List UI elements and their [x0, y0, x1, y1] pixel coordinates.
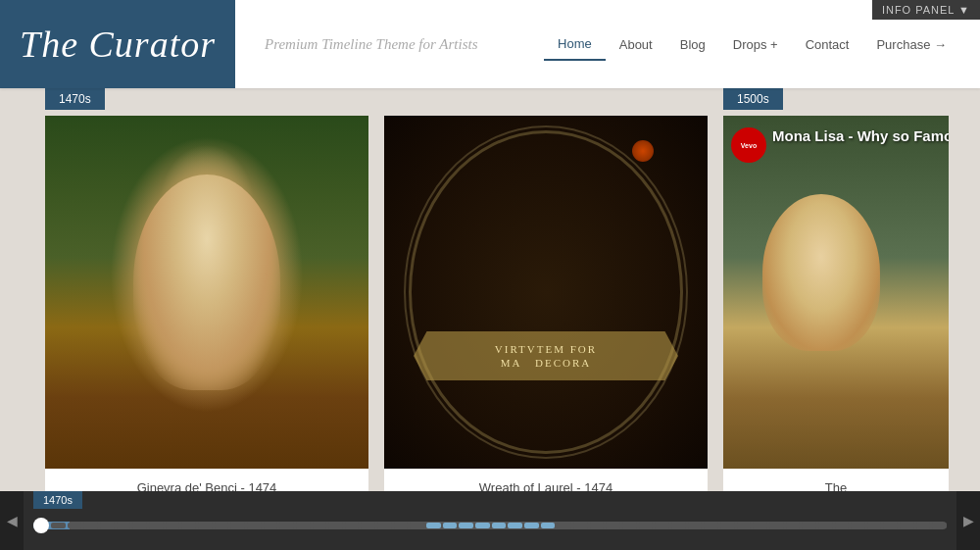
main-content: 1470s 1500s Ginevra de' Benci - 1474 VIR… — [0, 88, 980, 491]
info-panel-label: INFO PANEL ▼ — [882, 4, 970, 16]
timeline-segment — [802, 523, 816, 528]
caption-monalisa: The — [723, 469, 949, 491]
timeline-segment — [932, 523, 947, 528]
timeline-segment — [51, 523, 66, 528]
timeline-segment — [345, 523, 360, 528]
site-logo[interactable]: The Curator — [0, 0, 235, 88]
timeline-segment — [377, 523, 392, 528]
timeline-segment — [132, 523, 147, 528]
timeline-segment-active — [524, 523, 539, 528]
timeline-segment — [166, 523, 180, 528]
site-header: The Curator Premium Timeline Theme for A… — [0, 0, 980, 88]
timeline-bar: ◀ 1470s — [0, 491, 980, 550]
timeline-segment — [704, 523, 718, 528]
timeline-segment — [410, 523, 424, 528]
timeline-segment-active — [492, 523, 507, 528]
video-title: Mona Lisa - Why so Famo — [772, 127, 949, 144]
timeline-segment — [394, 523, 409, 528]
timeline-segment — [264, 523, 278, 528]
info-panel-bar[interactable]: INFO PANEL ▼ — [872, 0, 980, 20]
timeline-segment — [606, 523, 620, 528]
nav-about[interactable]: About — [606, 29, 666, 60]
main-nav: Home About Blog Drops + Contact Purchase… — [544, 28, 980, 61]
painting-wreath-image: VIRTVTEM FORMA DECORA — [384, 116, 708, 469]
timeline-segment — [835, 523, 850, 528]
timeline-segment — [313, 523, 327, 528]
video-badge: Vevo — [731, 127, 766, 163]
timeline-segment-active — [508, 523, 522, 528]
painting-mona: Vevo Mona Lisa - Why so Famo — [723, 116, 949, 469]
timeline-segment — [671, 523, 686, 528]
timeline-segment — [557, 523, 571, 528]
painting-monalisa-image: Vevo Mona Lisa - Why so Famo — [723, 116, 949, 469]
timeline-segment — [590, 523, 605, 528]
painting-ginevra — [45, 116, 368, 469]
timeline-inner: 1470s — [24, 491, 956, 550]
timeline-segment — [720, 523, 735, 528]
decade-label-1470: 1470s — [45, 88, 105, 110]
timeline-segment — [737, 523, 752, 528]
timeline-segment — [573, 523, 588, 528]
timeline-segment — [622, 523, 637, 528]
nav-home[interactable]: Home — [544, 28, 606, 61]
timeline-segment — [818, 523, 833, 528]
timeline-segment — [786, 523, 801, 528]
caption-ginevra: Ginevra de' Benci - 1474 — [45, 469, 368, 491]
timeline-segment — [361, 523, 375, 528]
timeline-decade-tag: 1470s — [33, 491, 82, 509]
timeline-segment — [916, 523, 931, 528]
timeline-segment-active — [475, 523, 490, 528]
timeline-segment — [867, 523, 882, 528]
timeline-segment — [149, 523, 164, 528]
timeline-prev-button[interactable]: ◀ — [0, 491, 24, 550]
timeline-segment-active — [541, 523, 556, 528]
left-arrow-icon: ◀ — [7, 513, 18, 529]
timeline-segment — [328, 523, 343, 528]
video-badge-text: Vevo — [741, 142, 757, 149]
timeline-segment — [883, 523, 898, 528]
wreath-oval-decoration — [409, 130, 683, 454]
timeline-segment — [851, 523, 865, 528]
timeline-segment-active — [459, 523, 473, 528]
painting-ginevra-image — [45, 116, 368, 469]
mona-face — [762, 194, 880, 351]
timeline-segment — [181, 523, 196, 528]
caption-wreath: Wreath of Laurel - 1474 — [384, 469, 708, 491]
wreath-banner-text: VIRTVTEM FORMA DECORA — [495, 342, 597, 371]
logo-text: The Curator — [20, 23, 216, 66]
timeline-segment — [279, 523, 294, 528]
nav-contact[interactable]: Contact — [792, 29, 863, 60]
timeline-segment — [83, 523, 98, 528]
timeline-segment — [753, 523, 767, 528]
timeline-track[interactable] — [33, 522, 947, 529]
timeline-segment — [639, 523, 654, 528]
timeline-segment — [769, 523, 784, 528]
gallery-item-monalisa[interactable]: Vevo Mona Lisa - Why so Famo The — [723, 116, 949, 483]
timeline-segment — [296, 523, 311, 528]
nav-purchase[interactable]: Purchase → — [862, 29, 960, 60]
wreath-moon — [632, 140, 654, 162]
timeline-segment — [68, 523, 82, 528]
right-arrow-icon: ▶ — [963, 513, 974, 529]
timeline-segment — [900, 523, 914, 528]
timeline-segment — [198, 523, 213, 528]
painting-wreath: VIRTVTEM FORMA DECORA — [384, 116, 708, 469]
gallery: Ginevra de' Benci - 1474 VIRTVTEM FORMA … — [0, 108, 980, 491]
timeline-segment-active — [443, 523, 458, 528]
nav-drops[interactable]: Drops + — [719, 29, 792, 60]
timeline-segment-active — [426, 523, 441, 528]
nav-blog[interactable]: Blog — [666, 29, 719, 60]
timeline-segment — [117, 523, 131, 528]
timeline-segment — [247, 523, 262, 528]
gallery-item-wreath[interactable]: VIRTVTEM FORMA DECORA Wreath of Laurel -… — [384, 116, 708, 483]
site-tagline: Premium Timeline Theme for Artists — [235, 36, 544, 53]
gallery-item-ginevra[interactable]: Ginevra de' Benci - 1474 — [45, 116, 368, 483]
timeline-thumb[interactable] — [33, 518, 49, 533]
timeline-segment — [688, 523, 703, 528]
timeline-segments — [51, 522, 947, 529]
timeline-segment — [215, 523, 229, 528]
decade-label-1500: 1500s — [723, 88, 783, 110]
timeline-segment — [230, 523, 245, 528]
timeline-next-button[interactable]: ▶ — [956, 491, 980, 550]
wreath-banner: VIRTVTEM FORMA DECORA — [414, 331, 678, 380]
